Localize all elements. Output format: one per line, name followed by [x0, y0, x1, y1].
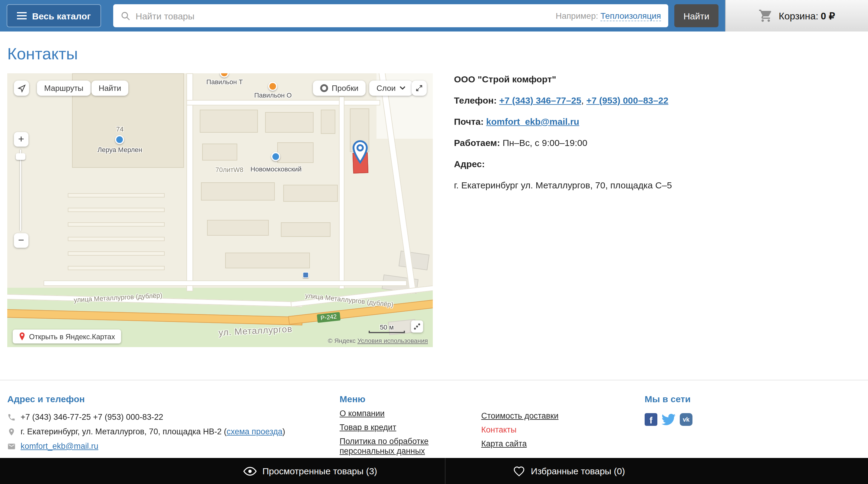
map-label-74: 74	[116, 125, 124, 133]
map-building	[207, 220, 269, 236]
search-submit-button[interactable]: Найти	[674, 4, 718, 27]
phone-link-1[interactable]: +7 (343) 346–77–25	[499, 95, 581, 106]
footer-phones: +7 (343) 346-77-25 +7 (953) 000-83-22	[21, 412, 163, 422]
map-scale-line	[369, 331, 405, 333]
phone-icon	[7, 413, 16, 422]
footer-contacts-column: Адрес и телефон +7 (343) 346-77-25 +7 (9…	[7, 394, 285, 451]
map-find-button[interactable]: Найти	[91, 81, 128, 96]
page-title: Контакты	[0, 31, 868, 64]
routes-button[interactable]: Маршруты	[37, 81, 91, 96]
phone-link-2[interactable]: +7 (953) 000–83–22	[586, 95, 668, 106]
map-parking-row	[68, 266, 165, 270]
contact-info: ООО "Строй комфорт" Телефон: +7 (343) 34…	[454, 73, 672, 347]
map-parking-row	[68, 222, 165, 227]
footer-menu-column-2: Стоимость доставки Контакты Карта сайта	[481, 411, 558, 448]
footer-menu-heading: Меню	[340, 394, 438, 404]
location-pin-icon	[7, 428, 16, 436]
vk-icon[interactable]: vk	[680, 413, 692, 426]
poi-icon-novomoskovsky	[271, 152, 280, 161]
zoom-slider-track[interactable]	[20, 150, 21, 231]
pin-icon	[19, 332, 25, 341]
traffic-button[interactable]: Пробки	[313, 81, 366, 96]
map-building	[399, 251, 430, 271]
favorite-products-button[interactable]: Избранные товары (0)	[445, 458, 693, 484]
menu-link-privacy[interactable]: Политика по обработке персональных данны…	[340, 437, 438, 456]
open-in-yandex-maps-button[interactable]: Открыть в Яндекс.Картах	[13, 330, 121, 343]
footer-address: г. Екатеринбург, ул. Металлургов, 70, пл…	[21, 427, 285, 436]
map-scale: 50 м	[369, 323, 405, 333]
bottom-bar: Просмотренные товары (3) Избранные товар…	[0, 458, 868, 484]
map-building	[281, 222, 331, 237]
map-parking-row	[68, 237, 165, 241]
map-copyright: © Яндекс	[328, 337, 355, 344]
facebook-icon[interactable]: f	[645, 413, 657, 426]
catalog-button[interactable]: Весь каталог	[7, 4, 101, 27]
map-terms-link[interactable]: Условия использования	[358, 337, 428, 344]
map-road	[186, 100, 380, 106]
map-label-pavilion-o: Павильон О	[254, 91, 292, 99]
address-label: Адрес:	[454, 159, 485, 169]
map-parking-row	[68, 251, 165, 256]
phone-separator: ,	[581, 95, 584, 106]
cart-label: Корзина:0 ₽	[779, 10, 835, 22]
ruler-button[interactable]	[411, 320, 423, 333]
map-building	[202, 144, 237, 161]
geolocation-button[interactable]	[14, 81, 29, 96]
map-building	[321, 110, 335, 134]
map-label-leroy-merlin: Леруа Мерлен	[97, 146, 142, 153]
zoom-in-button[interactable]: +	[14, 132, 28, 147]
zoom-slider-handle[interactable]	[16, 153, 25, 160]
zoom-out-button[interactable]: −	[14, 233, 28, 248]
menu-link-sitemap[interactable]: Карта сайта	[481, 439, 558, 448]
fullscreen-button[interactable]	[412, 81, 427, 96]
menu-link-delivery[interactable]: Стоимость доставки	[481, 411, 558, 420]
chevron-down-icon	[399, 86, 405, 90]
map-label-novomoskovsky: Новомосковский	[251, 165, 302, 173]
page: Весь каталог Например: Теплоизоляция Най…	[0, 0, 868, 484]
layers-button[interactable]: Слои	[369, 81, 412, 96]
footer-contacts-heading: Адрес и телефон	[7, 394, 285, 404]
map-building	[200, 110, 258, 133]
cart-amount: 0 ₽	[821, 10, 835, 21]
map-location-pin[interactable]	[352, 140, 369, 167]
search-icon	[120, 10, 131, 21]
footer-social-column: Мы в сети f vk	[645, 394, 692, 426]
map-road	[43, 281, 407, 286]
yandex-map[interactable]: Павильон Т Павильон О 74 Леруа Мерлен 70…	[7, 73, 433, 347]
footer-email-link[interactable]: komfort_ekb@mail.ru	[21, 442, 98, 451]
phone-label: Телефон:	[454, 95, 497, 106]
route-scheme-link[interactable]: схема проезда	[227, 427, 282, 436]
menu-link-credit[interactable]: Товар в кредит	[340, 423, 438, 432]
search-hint-prefix: Например:	[556, 11, 598, 21]
viewed-products-button[interactable]: Просмотренные товары (3)	[175, 458, 445, 484]
email-link[interactable]: komfort_ekb@mail.ru	[486, 116, 579, 126]
map-building	[277, 142, 314, 163]
cart-button[interactable]: Корзина:0 ₽	[725, 0, 868, 31]
map-building	[265, 112, 314, 133]
envelope-icon	[7, 442, 16, 451]
map-road	[339, 96, 344, 289]
map-scale-label: 50 м	[369, 323, 405, 331]
poi-icon-pavilion-o	[268, 82, 277, 91]
search-bar: Например: Теплоизоляция	[113, 4, 668, 27]
map-building	[201, 182, 275, 200]
map-building	[283, 185, 338, 202]
bus-stop-icon	[303, 272, 309, 278]
eye-icon	[243, 466, 256, 476]
footer-social-heading: Мы в сети	[645, 394, 692, 404]
map-road	[186, 73, 193, 291]
map-label-70litw8: 70литW8	[216, 166, 244, 173]
hamburger-icon	[17, 10, 27, 21]
hours-value: Пн–Вс, с 9:00–19:00	[503, 138, 587, 148]
hours-label: Работаем:	[454, 138, 500, 148]
catalog-button-label: Весь каталог	[32, 10, 91, 21]
menu-link-about[interactable]: О компании	[340, 409, 438, 418]
menu-link-contacts[interactable]: Контакты	[481, 425, 558, 434]
twitter-icon[interactable]	[661, 412, 676, 426]
poi-icon-leroy-merlin	[115, 135, 124, 144]
traffic-icon	[320, 84, 328, 92]
map-building	[225, 253, 310, 268]
search-hint-link[interactable]: Теплоизоляция	[600, 11, 661, 21]
map-parking-row	[68, 193, 165, 197]
email-label: Почта:	[454, 116, 484, 126]
